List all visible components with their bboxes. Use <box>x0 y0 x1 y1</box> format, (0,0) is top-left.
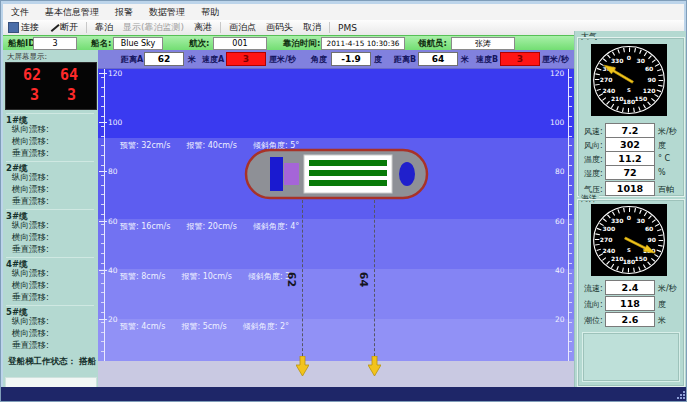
svg-text:90: 90 <box>648 77 656 83</box>
distance-b-value: 64 <box>418 52 458 66</box>
current-speed-unit: 米/秒 <box>658 283 677 294</box>
svg-text:270: 270 <box>600 237 613 243</box>
atmosphere-groupbox: 0 30 60 90 120 150 180 210 240 270 300 3… <box>577 37 685 197</box>
current-dir-value: 118 <box>605 296 655 311</box>
axis-label: 100 <box>108 118 122 127</box>
svg-text:210: 210 <box>611 256 624 262</box>
longitudinal-drift-label: 纵向漂移: <box>12 172 49 184</box>
svg-text:60: 60 <box>645 226 653 232</box>
wind-speed-value: 7.2 <box>605 123 655 138</box>
distance-b-unit: 米 <box>461 54 469 65</box>
berth-time-field[interactable]: 2011-4-15 10:30:36 <box>321 37 405 50</box>
vertical-drift-label: 垂直漂移: <box>12 244 49 256</box>
toolbar-separator <box>220 22 221 33</box>
angle-unit: 度 <box>374 54 382 65</box>
axis-label: 60 <box>108 217 118 226</box>
cable-sidebar: 大屏幕显示: 62 64 3 3 1#缆 纵向漂移: 横向漂移: 垂直漂移: 2… <box>3 50 99 387</box>
svg-text:300: 300 <box>603 226 616 232</box>
menu-item-help[interactable]: 帮助 <box>193 6 227 19</box>
pilot-field[interactable]: 张涛 <box>451 37 515 50</box>
svg-text:S: S <box>627 87 631 93</box>
lateral-drift-label: 横向漂移: <box>12 184 49 196</box>
readout-bar: 距离A 62 米 速度A 3 厘米/秒 角度 -1.9 度 距离B 64 米 速… <box>98 50 574 69</box>
ship-cargo-stripe <box>309 170 387 176</box>
longitudinal-drift-label: 纵向漂移: <box>12 124 49 136</box>
ship-id-field[interactable]: 3 <box>33 37 77 50</box>
lateral-drift-label: 横向漂移: <box>12 280 49 292</box>
connect-icon <box>8 22 19 33</box>
depart-button[interactable]: 离港 <box>189 21 217 34</box>
disconnect-button[interactable]: 断开 <box>44 21 83 34</box>
ship-bow-tank <box>399 162 415 186</box>
quay-arrow-icon <box>296 356 309 376</box>
led-speed-b: 3 <box>67 86 76 104</box>
berthing-view: 120 100 80 60 40 20 120 100 80 60 40 20 … <box>98 50 574 387</box>
display-monitor-button[interactable]: 显示(靠泊监测) <box>118 21 189 34</box>
ship-superstructure-purple <box>284 163 299 185</box>
led-speed-a: 3 <box>30 86 39 104</box>
axis-label: 20 <box>555 315 565 324</box>
voyage-field[interactable]: 001 <box>213 37 267 50</box>
menu-item-data-mgmt[interactable]: 数据管理 <box>141 6 193 19</box>
temperature-value: 11.2 <box>605 151 655 166</box>
svg-text:240: 240 <box>603 248 616 254</box>
resize-grip[interactable] <box>676 390 686 400</box>
menu-bar: 文件 基本信息管理 报警 数据管理 帮助 <box>3 4 684 21</box>
svg-text:60: 60 <box>645 66 653 72</box>
menu-item-alarm[interactable]: 报警 <box>107 6 141 19</box>
distance-marker-b: 64 <box>357 272 370 287</box>
current-speed-label: 流速: <box>584 283 603 294</box>
gangway-status-value: 搭船 <box>79 356 96 366</box>
app-window: 文件 基本信息管理 报警 数据管理 帮助 连接 断开 靠泊 显示(靠泊监测) 离… <box>0 0 687 402</box>
wind-compass-dial: 0 30 60 90 120 150 180 210 240 270 300 3… <box>591 44 667 116</box>
ship-name-label: 船名: <box>91 38 111 50</box>
ship-name-field[interactable]: Blue Sky <box>113 37 163 50</box>
voyage-label: 航次: <box>189 38 209 50</box>
angle-value: -1.9 <box>331 52 371 66</box>
gangway-status: 登船梯工作状态： 搭船 <box>8 356 96 368</box>
humidity-value: 72 <box>605 165 655 180</box>
svg-text:30: 30 <box>637 218 645 224</box>
quay-arrow-icon <box>368 356 381 376</box>
disconnect-icon <box>49 23 58 32</box>
vertical-drift-label: 垂直漂移: <box>12 292 49 304</box>
cancel-button[interactable]: 取消 <box>298 21 326 34</box>
current-dir-unit: 度 <box>658 299 666 310</box>
connect-button[interactable]: 连接 <box>3 21 44 34</box>
wind-speed-unit: 米/秒 <box>658 126 677 137</box>
axis-label: 60 <box>555 217 565 226</box>
distance-line-b <box>374 200 375 361</box>
lateral-drift-label: 横向漂移: <box>12 328 49 340</box>
pressure-unit: 百帕 <box>658 184 674 195</box>
svg-text:210: 210 <box>611 96 624 102</box>
svg-text:120: 120 <box>643 88 656 94</box>
wind-dir-unit: 度 <box>658 140 666 151</box>
axis-label: 20 <box>108 315 118 324</box>
tide-level-value: 2.6 <box>605 312 655 327</box>
vertical-drift-label: 垂直漂移: <box>12 340 49 352</box>
toolbar-separator <box>329 22 330 33</box>
speed-b-unit: 厘米/秒 <box>542 54 569 65</box>
wind-gauge: 0 30 60 90 120 150 180 210 240 270 300 3… <box>591 44 667 116</box>
status-bar <box>1 387 687 402</box>
svg-text:90: 90 <box>648 237 656 243</box>
pms-button[interactable]: PMS <box>333 23 362 33</box>
lateral-drift-label: 横向漂移: <box>12 136 49 148</box>
draw-wharf-button[interactable]: 画码头 <box>261 21 298 34</box>
menu-item-basic-info[interactable]: 基本信息管理 <box>37 6 107 19</box>
temperature-unit: ° C <box>658 154 670 163</box>
pilot-label: 领航员: <box>418 38 447 50</box>
ship-info-bar: 船舶ID: 3 船名: Blue Sky 航次: 001 靠泊时间: 2011-… <box>3 35 574 51</box>
draw-berth-point-button[interactable]: 画泊点 <box>224 21 261 34</box>
ship-graphic <box>244 148 429 200</box>
menu-item-file[interactable]: 文件 <box>3 6 37 19</box>
temperature-label: 温度: <box>584 154 603 165</box>
speed-a-unit: 厘米/秒 <box>269 54 296 65</box>
svg-text:S: S <box>627 247 631 253</box>
vertical-drift-label: 垂直漂移: <box>12 196 49 208</box>
pressure-value: 1018 <box>605 181 655 196</box>
humidity-unit: % <box>658 168 666 177</box>
led-distance-a: 62 <box>23 66 41 84</box>
led-distance-b: 64 <box>60 66 78 84</box>
berth-button[interactable]: 靠泊 <box>90 21 118 34</box>
